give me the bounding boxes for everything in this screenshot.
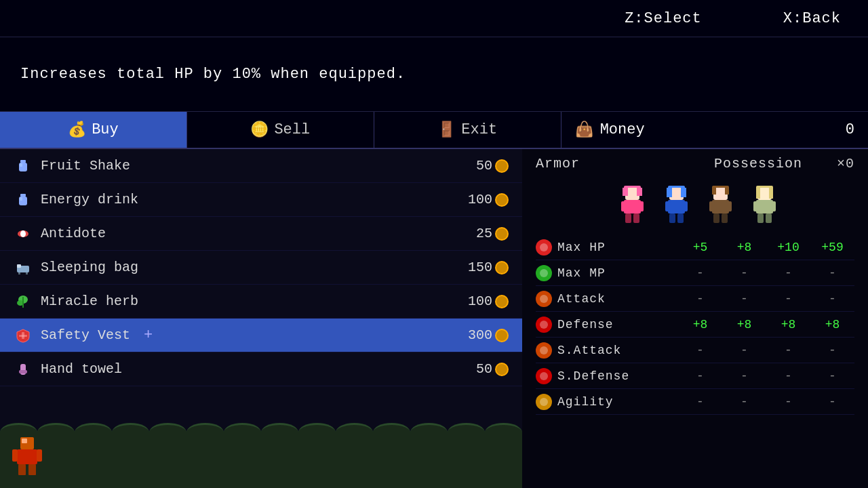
stat-row: Max HP +5+8+10+59 bbox=[536, 235, 854, 260]
stat-icon bbox=[536, 291, 552, 307]
item-price: 150 bbox=[468, 260, 509, 275]
stat-row: Attack ---- bbox=[536, 286, 854, 312]
item-name: Antidote bbox=[41, 226, 106, 241]
item-name-group: Hand towel bbox=[14, 360, 122, 379]
stat-name: Attack bbox=[557, 292, 678, 306]
item-name-group: Safety Vest + bbox=[14, 326, 153, 345]
stat-name: Defense bbox=[557, 318, 678, 331]
ground-bumps bbox=[0, 423, 522, 443]
svg-rect-28 bbox=[623, 188, 628, 196]
svg-rect-38 bbox=[681, 188, 686, 197]
price-value: 50 bbox=[476, 361, 492, 377]
item-price: 25 bbox=[476, 226, 509, 241]
item-price: 300 bbox=[468, 327, 509, 343]
svg-rect-0 bbox=[20, 160, 26, 163]
svg-point-68 bbox=[540, 398, 548, 406]
stat-value: - bbox=[810, 292, 854, 306]
tab-bar: 💰 Buy 🪙 Sell 🚪 Exit 👜 Money 0 bbox=[0, 112, 868, 149]
item-name: Hand towel bbox=[41, 361, 122, 377]
coin-icon bbox=[495, 159, 509, 173]
coin-icon bbox=[495, 363, 509, 376]
svg-point-7 bbox=[20, 230, 26, 237]
svg-rect-51 bbox=[713, 214, 719, 223]
item-name-group: Fruit Shake bbox=[14, 157, 130, 176]
stat-value: - bbox=[678, 344, 722, 357]
svg-rect-33 bbox=[625, 214, 631, 223]
stat-value: - bbox=[722, 292, 766, 306]
stat-value: - bbox=[722, 395, 766, 409]
ground-decoration bbox=[0, 434, 522, 488]
back-control: X:Back bbox=[783, 10, 841, 27]
price-value: 50 bbox=[476, 158, 492, 174]
item-row[interactable]: Energy drink 100 bbox=[0, 183, 522, 217]
item-name: Fruit Shake bbox=[41, 158, 130, 174]
tab-exit[interactable]: 🚪 Exit bbox=[374, 112, 561, 148]
stat-name: S.Attack bbox=[557, 344, 678, 357]
stat-rows: Max HP +5+8+10+59 Max MP ---- Attack ---… bbox=[536, 235, 854, 415]
coin-icon bbox=[495, 329, 509, 342]
stat-row: Defense +8+8+8+8 bbox=[536, 312, 854, 338]
coin-icon bbox=[495, 261, 509, 274]
sell-label: Sell bbox=[274, 121, 310, 138]
exit-label: Exit bbox=[461, 121, 497, 138]
tab-sell[interactable]: 🪙 Sell bbox=[187, 112, 374, 148]
svg-rect-10 bbox=[18, 272, 20, 274]
item-price: 50 bbox=[476, 361, 509, 377]
stat-value: - bbox=[810, 344, 854, 357]
svg-rect-21 bbox=[17, 449, 37, 464]
svg-rect-60 bbox=[757, 214, 764, 223]
stat-value: - bbox=[678, 292, 722, 306]
stat-row: Agility ---- bbox=[536, 389, 854, 415]
item-icon bbox=[14, 190, 33, 209]
item-row[interactable]: Sleeping bag 150 bbox=[0, 251, 522, 285]
svg-rect-25 bbox=[37, 449, 42, 462]
svg-rect-59 bbox=[770, 201, 776, 211]
stat-value: - bbox=[722, 369, 766, 383]
money-icon: 👜 bbox=[575, 121, 593, 139]
stat-icon bbox=[536, 368, 552, 384]
item-row[interactable]: Hand towel 50 bbox=[0, 352, 522, 386]
tab-money: 👜 Money 0 bbox=[561, 112, 868, 148]
item-row[interactable]: Antidote 25 bbox=[0, 217, 522, 251]
possession-count: ×0 bbox=[814, 156, 854, 171]
item-icon bbox=[14, 292, 33, 311]
svg-rect-42 bbox=[669, 214, 675, 223]
stat-value: - bbox=[678, 395, 722, 409]
item-name: Energy drink bbox=[41, 192, 138, 207]
svg-rect-50 bbox=[726, 201, 732, 211]
coin-icon bbox=[495, 193, 509, 207]
svg-rect-16 bbox=[19, 335, 27, 337]
item-icon bbox=[14, 224, 33, 243]
item-name: Sleeping bag bbox=[41, 260, 138, 275]
item-row[interactable]: Fruit Shake 50 bbox=[0, 149, 522, 183]
stat-value: +8 bbox=[810, 318, 854, 331]
stat-value: +59 bbox=[810, 241, 854, 254]
price-value: 150 bbox=[468, 260, 492, 275]
svg-rect-24 bbox=[12, 449, 18, 462]
item-row[interactable]: Safety Vest + 300 bbox=[0, 319, 522, 352]
item-name: Miracle herb bbox=[41, 293, 138, 309]
top-bar: Z:Select X:Back bbox=[0, 0, 868, 37]
stat-value: +8 bbox=[722, 241, 766, 254]
possession-label: Possession bbox=[703, 156, 814, 171]
stat-value: - bbox=[766, 369, 810, 383]
char-portrait-1 bbox=[610, 182, 654, 226]
stat-value: - bbox=[766, 344, 810, 357]
tab-buy[interactable]: 💰 Buy bbox=[0, 112, 187, 148]
armor-label: Armor bbox=[536, 156, 703, 171]
item-row[interactable]: Miracle herb 100 bbox=[0, 285, 522, 319]
svg-rect-37 bbox=[667, 188, 672, 197]
stat-row: Max MP ---- bbox=[536, 260, 854, 286]
svg-rect-29 bbox=[637, 188, 642, 196]
svg-point-65 bbox=[540, 321, 548, 329]
svg-rect-58 bbox=[753, 201, 759, 211]
stat-value: +8 bbox=[722, 318, 766, 331]
stat-value: - bbox=[766, 292, 810, 306]
item-name-group: Energy drink bbox=[14, 190, 138, 209]
select-control: Z:Select bbox=[625, 10, 702, 27]
item-icon bbox=[14, 360, 33, 379]
item-icon bbox=[14, 258, 33, 277]
svg-rect-18 bbox=[19, 370, 27, 373]
svg-rect-43 bbox=[677, 214, 684, 223]
sell-icon: 🪙 bbox=[250, 121, 269, 139]
